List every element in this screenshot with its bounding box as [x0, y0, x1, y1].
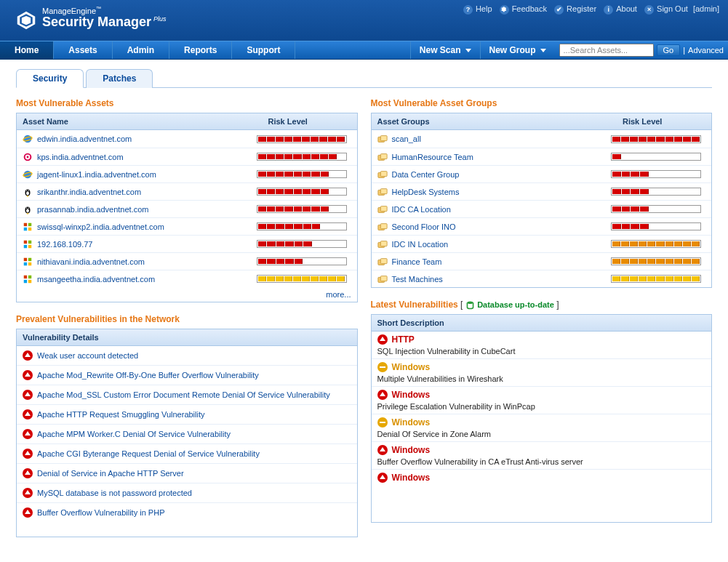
vuln-link[interactable]: Apache Mod_SSL Custom Error Document Rem…	[37, 390, 330, 399]
risk-bar	[257, 170, 347, 178]
prev-scroll[interactable]: Weak user account detectedApache Mod_Rew…	[17, 346, 357, 537]
tab-bar: Security Patches	[16, 68, 712, 88]
svg-marker-65	[380, 337, 385, 341]
nav-assets[interactable]: Assets	[54, 41, 112, 59]
latest-row: HTTPSQL Injection Vulnerability in CubeC…	[372, 332, 712, 358]
vuln-row: Buffer Overflow Vulnerability in PHP	[17, 502, 357, 522]
latest-row: WindowsMultiple Vulnerabilities in Wires…	[372, 358, 712, 386]
latest-scroll[interactable]: HTTPSQL Injection Vulnerability in CubeC…	[372, 332, 712, 522]
register-link[interactable]: Register	[567, 4, 596, 13]
feedback-link[interactable]: Feedback	[512, 4, 547, 13]
vuln-row: Denial of Service in Apache HTTP Server	[17, 463, 357, 483]
group-link[interactable]: Test Machines	[392, 275, 443, 284]
svg-rect-36	[28, 279, 31, 282]
vuln-link[interactable]: MySQL database is not password protected	[37, 489, 192, 497]
groups-hd-name: Asset Groups	[372, 113, 617, 129]
group-row: HelpDesk Systems	[372, 182, 712, 200]
svg-marker-42	[25, 451, 31, 455]
asset-link[interactable]: jagent-linux1.india.adventnet.com	[37, 170, 156, 179]
group-row: Second Floor INO	[372, 217, 712, 235]
vuln-link[interactable]: Apache CGI Byterange Request Denial of S…	[37, 449, 260, 458]
asset-link[interactable]: kps.india.adventnet.com	[37, 153, 124, 161]
nav-reports[interactable]: Reports	[169, 41, 232, 59]
vuln-row: MySQL database is not password protected	[17, 483, 357, 502]
svg-rect-51	[380, 171, 387, 176]
win-icon	[23, 274, 33, 284]
asset-link[interactable]: prasannab.india.adventnet.com	[37, 205, 149, 214]
severity-high-icon	[23, 370, 33, 380]
group-link[interactable]: Data Center Group	[392, 170, 460, 179]
vuln-row: Apache MPM Worker.C Denial Of Service Vu…	[17, 424, 357, 443]
vuln-link[interactable]: Buffer Overflow Vulnerability in PHP	[37, 508, 164, 517]
nav-home[interactable]: Home	[0, 41, 54, 59]
severity-high-icon	[23, 390, 33, 400]
group-link[interactable]: Second Floor INO	[392, 222, 456, 231]
group-link[interactable]: HelpDesk Systems	[392, 188, 460, 196]
svg-rect-25	[24, 240, 27, 243]
svg-rect-32	[28, 262, 31, 265]
group-row: Finance Team	[372, 252, 712, 270]
svg-marker-67	[380, 392, 385, 396]
risk-bar	[257, 257, 347, 265]
asset-row: prasannab.india.adventnet.com	[17, 200, 357, 217]
risk-bar	[611, 153, 701, 161]
asset-link[interactable]: msangeetha.india.adventnet.com	[37, 275, 155, 284]
nav-admin[interactable]: Admin	[113, 41, 169, 59]
tab-patches[interactable]: Patches	[86, 69, 153, 88]
help-link[interactable]: Help	[476, 4, 492, 13]
ie-icon	[23, 169, 33, 180]
svg-rect-68	[380, 422, 385, 423]
svg-marker-45	[25, 510, 31, 514]
search-input[interactable]	[559, 44, 654, 57]
svg-marker-37	[25, 353, 31, 357]
vuln-link[interactable]: Apache HTTP Request Smuggling Vulnerabil…	[37, 410, 205, 419]
assets-more-link[interactable]: more...	[326, 290, 351, 299]
risk-bar	[257, 240, 347, 248]
nav-support[interactable]: Support	[232, 41, 295, 59]
svg-rect-24	[28, 227, 31, 230]
svg-rect-49	[380, 153, 387, 158]
vuln-link[interactable]: Apache MPM Worker.C Denial Of Service Vu…	[37, 430, 231, 438]
search-go-button[interactable]: Go	[657, 44, 681, 56]
vuln-link[interactable]: Apache Mod_Rewrite Off-By-One Buffer Ove…	[37, 371, 259, 380]
asset-link[interactable]: srikanthr.india.adventnet.com	[37, 188, 141, 196]
svg-rect-55	[380, 206, 387, 211]
group-link[interactable]: HumanResource Team	[392, 153, 473, 161]
group-link[interactable]: IDC CA Location	[392, 205, 451, 214]
severity-high-icon	[23, 468, 33, 478]
risk-bar	[611, 188, 701, 196]
group-link[interactable]: Finance Team	[392, 257, 442, 266]
svg-marker-40	[25, 412, 31, 416]
vuln-category: HTTP	[392, 334, 415, 345]
svg-marker-20	[26, 213, 29, 214]
group-row: scan_all	[372, 130, 712, 148]
assets-title: Most Vulnerable Assets	[16, 98, 358, 108]
signout-link[interactable]: Sign Out	[657, 4, 688, 13]
database-status-link[interactable]: Database up-to-date	[477, 300, 554, 309]
svg-marker-38	[25, 372, 31, 377]
vuln-desc: Privilege Escalation Vulnerability in Wi…	[377, 402, 706, 411]
asset-link[interactable]: swissql-winxp2.india.adventnet.com	[37, 222, 164, 231]
chevron-down-icon	[465, 49, 471, 52]
risk-bar	[257, 188, 347, 196]
asset-link[interactable]: 192.168.109.77	[37, 240, 92, 249]
new-scan-dropdown[interactable]: New Scan	[410, 41, 480, 59]
asset-link[interactable]: edwin.india.adventnet.com	[37, 135, 132, 143]
about-link[interactable]: About	[616, 4, 637, 13]
new-group-dropdown[interactable]: New Group	[480, 41, 555, 59]
group-link[interactable]: scan_all	[392, 135, 421, 143]
advanced-search-link[interactable]: Advanced	[688, 46, 724, 55]
group-link[interactable]: IDC IN Location	[392, 240, 449, 249]
group-row: HumanResource Team	[372, 148, 712, 165]
asset-row: kps.india.adventnet.com	[17, 148, 357, 165]
svg-rect-29	[24, 257, 27, 260]
prev-panel: Vulnerability Details Weak user account …	[16, 329, 358, 537]
risk-bar	[611, 222, 701, 230]
vuln-category: Windows	[392, 445, 431, 455]
tab-security[interactable]: Security	[16, 69, 84, 88]
vuln-link[interactable]: Weak user account detected	[37, 351, 138, 360]
assets-panel: Asset Name Risk Level edwin.india.advent…	[16, 113, 358, 302]
vuln-link[interactable]: Denial of Service in Apache HTTP Server	[37, 469, 184, 478]
asset-link[interactable]: nithiavani.india.adventnet.com	[37, 257, 145, 266]
group-icon	[377, 222, 388, 232]
